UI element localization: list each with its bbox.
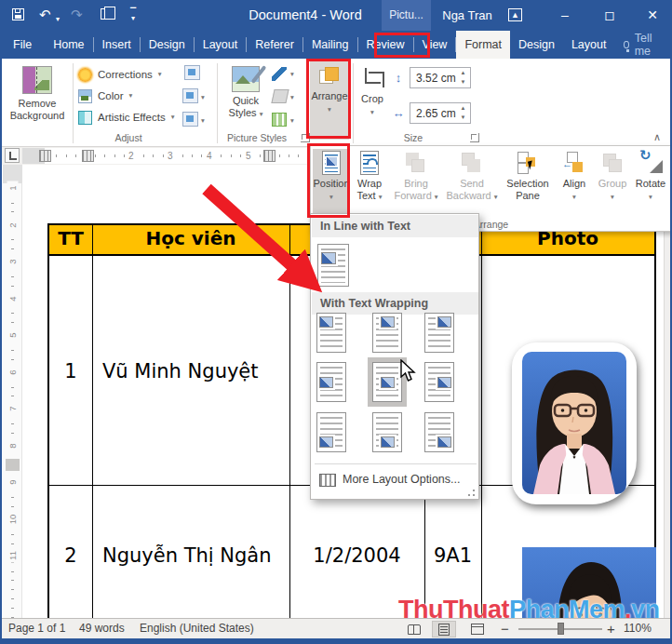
tab-stop-selector[interactable] <box>5 148 20 163</box>
v-ruler-number: 2 <box>7 218 19 232</box>
window-left-edge <box>0 31 2 638</box>
student-photo-1[interactable] <box>522 352 626 494</box>
zoom-slider-thumb[interactable] <box>558 623 564 635</box>
status-bar: Page 1 of 1 49 words English (United Sta… <box>0 618 672 638</box>
copy-icon[interactable] <box>101 8 110 20</box>
more-layout-options-item[interactable]: More Layout Options... <box>311 467 480 493</box>
wrap-position-bottom-left-option[interactable] <box>316 412 346 452</box>
height-spinner[interactable]: ▲▼ <box>458 69 468 87</box>
web-layout-button[interactable] <box>465 621 490 637</box>
tab-view[interactable]: View <box>414 31 456 59</box>
position-button[interactable]: Position▾ <box>313 149 350 218</box>
maximize-button[interactable]: ◻ <box>596 0 624 31</box>
header-tt: TT <box>49 227 92 249</box>
change-picture-icon[interactable] <box>182 88 198 103</box>
v-ruler-number: 1 <box>7 181 19 195</box>
undo-dropdown-caret[interactable]: ▾ <box>56 12 60 27</box>
vertical-ruler[interactable]: 1234567891011 <box>3 165 22 618</box>
color-button[interactable]: Color▾ <box>78 87 132 105</box>
zoom-level[interactable]: 110% <box>624 619 652 638</box>
wrap-position-bottom-right-option[interactable] <box>424 412 454 452</box>
compress-pictures-icon[interactable] <box>184 65 200 80</box>
wrap-position-top-left-option[interactable] <box>316 313 346 353</box>
wrap-text-button[interactable]: WrapText ▾ <box>350 149 389 218</box>
page-indicator[interactable]: Page 1 of 1 <box>8 619 65 638</box>
tab-format[interactable]: Format <box>456 31 510 59</box>
layout-dialog-icon <box>319 474 336 487</box>
wrap-position-top-center-option[interactable] <box>372 313 402 353</box>
artistic-effects-button[interactable]: Artistic Effects▾ <box>78 108 174 127</box>
collapse-ribbon-icon[interactable]: ∧ <box>650 131 665 144</box>
shape-height-field[interactable]: 3.52 cm ▲▼ <box>410 67 471 88</box>
tab-home[interactable]: Home <box>45 31 92 59</box>
word-count[interactable]: 49 words <box>79 619 125 638</box>
arrange-icon <box>319 67 340 87</box>
window-bottom-edge <box>0 638 672 644</box>
picture-effects-icon[interactable] <box>271 89 289 103</box>
in-line-with-text-option[interactable] <box>317 244 349 287</box>
undo-icon[interactable]: ↶ <box>39 7 51 22</box>
tab-file[interactable]: File <box>0 31 45 59</box>
v-ruler-number: 9 <box>7 476 19 490</box>
wrap-position-middle-right-option[interactable] <box>424 362 454 402</box>
cell-row1-tt: 1 <box>49 360 92 382</box>
width-spinner[interactable]: ▲▼ <box>458 104 468 122</box>
tab-review[interactable]: Review <box>358 31 413 59</box>
quick-access-customize-icon[interactable]: ▔▾ <box>130 8 136 21</box>
cell-row2-name: Nguyễn Thị Ngân <box>102 544 272 567</box>
position-icon <box>319 151 343 175</box>
tab-table-design[interactable]: Design <box>510 31 563 59</box>
align-button[interactable]: ← Align▾ <box>555 149 594 218</box>
wrap-position-bottom-center-option[interactable] <box>372 412 402 452</box>
send-backward-button: SendBackward ▾ <box>443 149 501 218</box>
table-column-marker[interactable] <box>263 150 276 162</box>
watermark-part: vn <box>631 596 660 618</box>
tab-referer[interactable]: Referer <box>247 31 302 59</box>
corrections-button[interactable]: Corrections▾ <box>78 65 162 84</box>
picture-tools-contextual-tab[interactable]: Pictu... <box>382 0 431 31</box>
ribbon-display-options-icon[interactable]: ▲ <box>508 8 522 21</box>
wrap-position-top-right-option[interactable] <box>424 313 454 353</box>
tab-design[interactable]: Design <box>141 31 194 59</box>
language-indicator[interactable]: English (United States) <box>140 619 254 638</box>
student-photo-1-frame[interactable] <box>512 342 637 504</box>
selection-pane-button[interactable]: SelectionPane <box>501 149 555 218</box>
user-account[interactable]: Nga Tran <box>437 0 497 31</box>
align-icon: ← <box>562 151 586 175</box>
reset-picture-icon[interactable] <box>182 112 198 127</box>
table-column-marker[interactable] <box>39 150 51 162</box>
wrap-position-middle-left-option[interactable] <box>316 362 346 402</box>
crop-button[interactable]: Crop▾ <box>356 61 389 143</box>
tab-insert[interactable]: Insert <box>94 31 140 59</box>
shape-width-field[interactable]: 2.65 cm ▲▼ <box>410 102 471 124</box>
tab-table-layout[interactable]: Layout <box>563 31 615 59</box>
tab-mailing[interactable]: Mailing <box>303 31 357 59</box>
redo-icon[interactable]: ↷ <box>71 7 83 22</box>
horizontal-ruler[interactable]: 2345 <box>22 148 311 164</box>
picture-border-icon[interactable] <box>272 67 287 81</box>
rotate-button[interactable]: ↻ Rotate▾ <box>631 149 670 218</box>
arrange-group-button[interactable]: Arrange▾ <box>310 61 349 140</box>
read-mode-button[interactable] <box>402 621 426 637</box>
remove-background-button[interactable]: RemoveBackground <box>4 61 71 143</box>
tell-me-box[interactable]: Tell me <box>614 31 664 59</box>
wrap-position-middle-center-option[interactable] <box>372 362 402 402</box>
size-dialog-launcher[interactable] <box>470 133 479 142</box>
save-icon[interactable] <box>12 8 24 20</box>
group-icon <box>600 151 625 175</box>
picture-layout-icon[interactable] <box>272 113 287 127</box>
table-column-marker[interactable] <box>82 150 94 162</box>
vertical-scrollbar[interactable] <box>664 165 670 618</box>
bring-forward-button: BringForward ▾ <box>389 149 443 218</box>
ribbon: RemoveBackground Corrections▾ Color▾ Art… <box>0 59 672 147</box>
zoom-out-button[interactable]: − <box>501 619 509 638</box>
minimize-button[interactable]: – <box>551 0 579 31</box>
zoom-in-button[interactable]: + <box>607 619 615 638</box>
picture-styles-dialog-launcher[interactable] <box>301 133 310 142</box>
close-button[interactable]: ✕ <box>638 0 666 31</box>
title-bar: ↶ ▾ ↷ ▔▾ Document4 - Word Pictu... Nga T… <box>0 0 672 31</box>
tab-layout[interactable]: Layout <box>195 31 247 59</box>
menu-resize-grip[interactable] <box>467 489 475 496</box>
print-layout-button[interactable] <box>432 621 456 637</box>
quick-styles-button[interactable]: QuickStyles ▾ <box>222 61 270 143</box>
